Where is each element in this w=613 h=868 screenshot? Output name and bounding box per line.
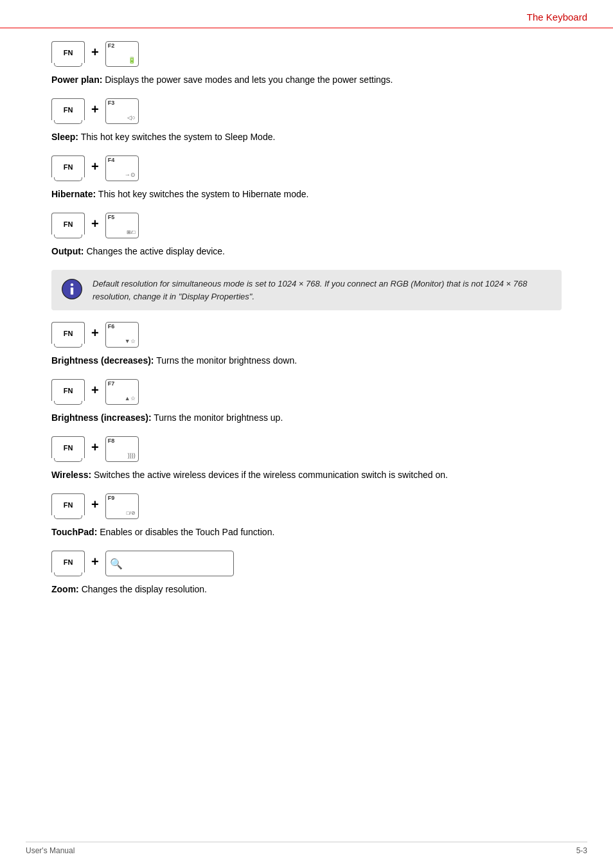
section-brightness-down: FN + F6 ▼☆ Brightness (decreases): Turns… [51, 322, 562, 368]
fn-label-bup: FN [64, 387, 73, 394]
brightness-down-description: Brightness (decreases): Turns the monito… [51, 354, 562, 368]
info-icon [61, 278, 83, 300]
fn-label-sleep: FN [64, 106, 73, 114]
note-box: Default resolution for simultaneous mode… [51, 270, 562, 310]
fn-label-bdown: FN [64, 330, 73, 337]
svg-point-1 [71, 283, 73, 286]
key-combo-sleep: FN + F3 ◁○ [51, 98, 562, 124]
fn-label-touchpad: FN [64, 501, 73, 509]
fn-label-hibernate: FN [64, 163, 73, 171]
key-combo-output: FN + F5 ⊞/□ [51, 213, 562, 238]
f3-key: F3 ◁○ [105, 98, 139, 124]
plus-sign-bdown: + [89, 326, 102, 341]
section-touchpad: FN + F9 □/⊘ TouchPad: Enables or disable… [51, 493, 562, 539]
f4-key: F4 →⊙ [105, 155, 139, 181]
fn-key-brightness-up: FN [51, 379, 85, 405]
zoom-key: 🔍 [105, 551, 234, 576]
output-description: Output: Changes the active display devic… [51, 245, 562, 258]
touchpad-description: TouchPad: Enables or disables the Touch … [51, 526, 562, 539]
plus-sign: + [89, 45, 102, 60]
key-combo-brightness-down: FN + F6 ▼☆ [51, 322, 562, 348]
brightness-up-description: Brightness (increases): Turns the monito… [51, 411, 562, 425]
fn-key-output: FN [51, 213, 85, 238]
header-title: The Keyboard [527, 12, 587, 22]
page-content: FN + F2 🔋 Power plan: Displays the power… [0, 28, 613, 633]
f9-key: F9 □/⊘ [105, 493, 139, 519]
page-header: The Keyboard [0, 0, 613, 28]
key-combo-zoom: FN + 🔍 [51, 551, 562, 576]
section-wireless: FN + F8 )))) Wireless: Switches the acti… [51, 436, 562, 482]
section-brightness-up: FN + F7 ▲☆ Brightness (increases): Turns… [51, 379, 562, 425]
note-icon [60, 278, 84, 301]
f5-key: F5 ⊞/□ [105, 213, 139, 238]
note-text: Default resolution for simultaneous mode… [93, 278, 553, 303]
key-combo-wireless: FN + F8 )))) [51, 436, 562, 462]
f2-key: F2 🔋 [105, 41, 139, 67]
f7-key: F7 ▲☆ [105, 379, 139, 405]
fn-label: FN [64, 49, 73, 57]
section-output: FN + F5 ⊞/□ Output: Changes the active d… [51, 213, 562, 258]
f8-key: F8 )))) [105, 436, 139, 462]
sleep-description: Sleep: This hot key switches the system … [51, 130, 562, 144]
fn-key-brightness-down: FN [51, 322, 85, 348]
plus-sign-bup: + [89, 383, 102, 398]
fn-key-wireless: FN [51, 436, 85, 462]
footer-left: User's Manual [26, 846, 75, 855]
fn-key-sleep: FN [51, 98, 85, 124]
plus-sign-zoom: + [89, 554, 102, 569]
fn-key-hibernate: FN [51, 155, 85, 181]
plus-sign-sleep: + [89, 102, 102, 117]
section-zoom: FN + 🔍 Zoom: Changes the display resolut… [51, 551, 562, 596]
zoom-icon: 🔍 [110, 558, 123, 570]
footer-right: 5-3 [576, 846, 587, 855]
section-sleep: FN + F3 ◁○ Sleep: This hot key switches … [51, 98, 562, 144]
fn-label-output: FN [64, 220, 73, 228]
fn-key-touchpad: FN [51, 493, 85, 519]
fn-label-wireless: FN [64, 444, 73, 452]
power-plan-description: Power plan: Displays the power save mode… [51, 73, 562, 87]
plus-sign-output: + [89, 217, 102, 231]
zoom-description: Zoom: Changes the display resolution. [51, 583, 562, 596]
key-combo-hibernate: FN + F4 →⊙ [51, 155, 562, 181]
key-combo-touchpad: FN + F9 □/⊘ [51, 493, 562, 519]
section-hibernate: FN + F4 →⊙ Hibernate: This hot key switc… [51, 155, 562, 201]
plus-sign-hibernate: + [89, 159, 102, 174]
section-power-plan: FN + F2 🔋 Power plan: Displays the power… [51, 41, 562, 87]
plus-sign-wireless: + [89, 440, 102, 455]
page-footer: User's Manual 5-3 [26, 842, 587, 855]
hibernate-description: Hibernate: This hot key switches the sys… [51, 188, 562, 201]
fn-key-zoom: FN [51, 551, 85, 576]
f6-key: F6 ▼☆ [105, 322, 139, 348]
key-combo-power-plan: FN + F2 🔋 [51, 41, 562, 67]
fn-key-power-plan: FN [51, 41, 85, 67]
wireless-description: Wireless: Switches the active wireless d… [51, 468, 562, 482]
plus-sign-touchpad: + [89, 497, 102, 512]
fn-label-zoom: FN [64, 558, 73, 566]
svg-rect-2 [71, 287, 73, 294]
key-combo-brightness-up: FN + F7 ▲☆ [51, 379, 562, 405]
